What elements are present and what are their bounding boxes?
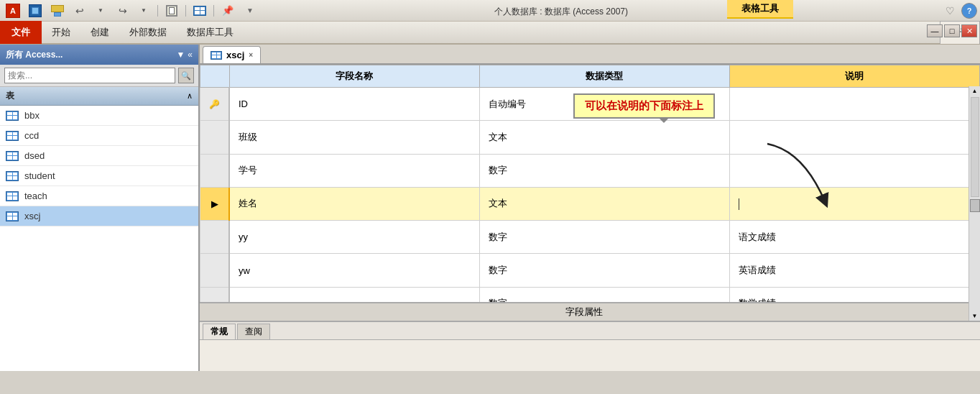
nav-collapse-icon[interactable]: « [188, 50, 193, 60]
field-xh[interactable]: 学号 [229, 154, 479, 187]
undo-dropdown[interactable]: ▼ [91, 1, 111, 21]
redo-group: ↪ ▼ [113, 1, 154, 21]
create-menu[interactable]: 创建 [80, 21, 119, 44]
redo-dropdown[interactable]: ▼ [134, 1, 154, 21]
row-indicator-xm: ▶ [200, 187, 230, 220]
nav-header-text: 所有 Access... [6, 49, 63, 61]
external-data-menu[interactable]: 外部数据 [119, 21, 177, 44]
table-icon-teach [6, 191, 19, 201]
menu-bar: 文件 开始 创建 外部数据 数据库工具 设计 — □ ✕ [0, 22, 980, 45]
print-preview-button[interactable] [162, 1, 182, 21]
scroll-up-button[interactable]: ▲ [971, 86, 979, 96]
minimize-button[interactable]: — [927, 24, 943, 37]
nav-label-teach: teach [24, 191, 47, 201]
type-yw[interactable]: 数字 [479, 254, 729, 287]
field-properties-label: 字段属性 [200, 302, 969, 321]
key-icon: 🔑 [209, 99, 220, 109]
search-input[interactable] [4, 68, 175, 83]
save-button[interactable] [25, 1, 45, 21]
nav-items: bbx ccd dsed student [0, 106, 198, 371]
type-bj[interactable]: 文本 [479, 121, 729, 154]
redo-button[interactable]: ↪ [113, 1, 133, 21]
help-button[interactable]: ? [961, 3, 977, 19]
access-logo[interactable]: A [3, 1, 23, 21]
bottom-tabs: 常规 查阅 [200, 322, 980, 339]
col-data-type: 数据类型 [479, 65, 729, 88]
nav-item-xscj[interactable]: xscj [0, 206, 198, 226]
separator2 [185, 5, 186, 17]
tab-bar: xscj × [200, 45, 980, 65]
nav-label-dsed: dsed [24, 150, 45, 161]
row-indicator-yw [200, 254, 230, 287]
row-indicator-xh [200, 154, 230, 187]
field-yw[interactable]: yw [229, 254, 479, 287]
field-yy[interactable]: yy [229, 221, 479, 254]
vertical-scrollbar[interactable]: ▲ ▼ [969, 86, 980, 321]
tab-close-button[interactable]: × [249, 51, 253, 59]
desc-yw[interactable]: 英语成绩 [729, 254, 979, 287]
table-row[interactable]: yw 数字 英语成绩 [200, 254, 980, 287]
table-row-selected[interactable]: ▶ 姓名 文本 [200, 187, 980, 220]
scroll-thumb[interactable] [970, 199, 980, 212]
xscj-tab[interactable]: xscj × [203, 46, 261, 63]
desc-id[interactable] [729, 88, 979, 121]
tab-table-icon [211, 51, 222, 60]
nav-section-collapse[interactable]: ∧ [187, 91, 193, 101]
scroll-down-button[interactable]: ▼ [971, 311, 979, 321]
view-button[interactable] [47, 1, 68, 21]
nav-header: 所有 Access... ▼ « [0, 45, 198, 65]
home-menu[interactable]: 开始 [42, 21, 80, 44]
field-bj[interactable]: 班级 [229, 121, 479, 154]
pin-button[interactable]: 📌 [218, 1, 238, 21]
undo-group: ↩ ▼ [70, 1, 111, 21]
heart-icon[interactable]: ♡ [940, 3, 960, 19]
nav-item-dsed[interactable]: dsed [0, 146, 198, 166]
field-id[interactable]: ID [229, 88, 479, 121]
nav-item-teach[interactable]: teach [0, 186, 198, 206]
table-icon-btn[interactable] [190, 1, 210, 21]
desc-xh[interactable] [729, 154, 979, 187]
nav-header-icons: ▼ « [176, 50, 193, 60]
desc-bj[interactable] [729, 121, 979, 154]
nav-item-bbx[interactable]: bbx [0, 106, 198, 126]
db-tools-menu[interactable]: 数据库工具 [177, 21, 244, 44]
close-button[interactable]: ✕ [961, 24, 977, 37]
nav-item-ccd[interactable]: ccd [0, 126, 198, 146]
table-row[interactable]: 学号 数字 [200, 154, 980, 187]
window-controls: ♡ ? [940, 3, 977, 19]
desc-xm[interactable] [729, 187, 979, 220]
type-yy[interactable]: 数字 [479, 221, 729, 254]
text-cursor [739, 198, 739, 210]
nav-section-header: 表 ∧ [0, 87, 198, 106]
bottom-content [200, 339, 980, 371]
field-xm[interactable]: 姓名 [229, 187, 479, 220]
undo-button[interactable]: ↩ [70, 1, 90, 21]
restore-button[interactable]: □ [944, 24, 960, 37]
nav-label-bbx: bbx [24, 110, 40, 121]
desc-yy[interactable]: 语文成绩 [729, 221, 979, 254]
table-icon-ccd [6, 131, 19, 141]
tab-general[interactable]: 常规 [203, 324, 236, 339]
tab-label: xscj [226, 50, 244, 60]
scroll-track[interactable] [971, 97, 979, 197]
col-field-name: 字段名称 [229, 65, 479, 88]
callout-text: 可以在说明的下面标注上 [585, 99, 703, 111]
table-row[interactable]: yy 数字 语文成绩 [200, 221, 980, 254]
type-xh[interactable]: 数字 [479, 154, 729, 187]
table-icon-xscj [6, 211, 19, 221]
more-button[interactable]: ▼ [240, 1, 260, 21]
row-indicator-yy [200, 221, 230, 254]
quick-access-toolbar: A ↩ ▼ ↪ ▼ [0, 0, 980, 22]
separator3 [213, 5, 214, 17]
table-row[interactable]: 班级 文本 [200, 121, 980, 154]
nav-label-xscj: xscj [24, 211, 40, 221]
bottom-area: 常规 查阅 [200, 321, 980, 371]
search-button[interactable]: 🔍 [178, 68, 194, 83]
nav-label-student: student [24, 170, 55, 181]
nav-dropdown-icon[interactable]: ▼ [176, 50, 185, 60]
type-xm[interactable]: 文本 [479, 187, 729, 220]
file-menu[interactable]: 文件 [0, 21, 42, 44]
field-properties-text: 字段属性 [565, 306, 603, 319]
tab-lookup[interactable]: 查阅 [237, 324, 270, 339]
nav-item-student[interactable]: student [0, 166, 198, 186]
